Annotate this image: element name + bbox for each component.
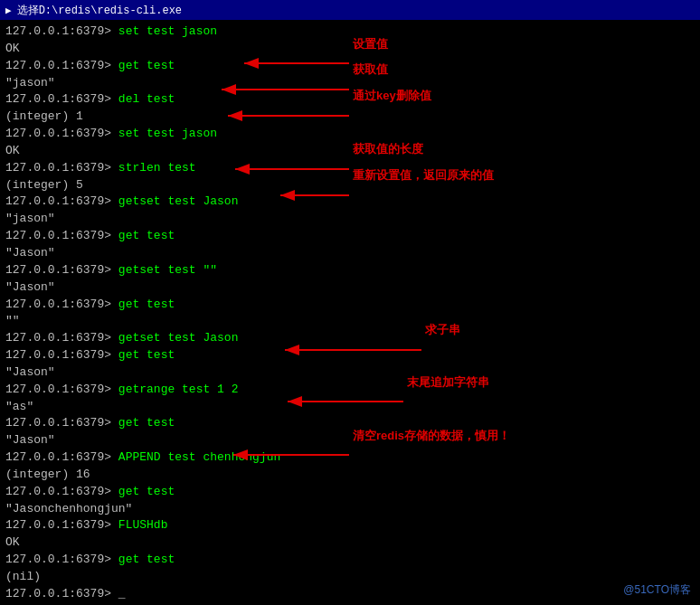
command-text: get test [118,348,175,362]
prompt-text: 127.0.0.1:6379> [5,229,118,242]
terminal-line: "as" [5,399,695,416]
window-title: 选择D:\redis\redis-cli.exe [17,3,182,18]
terminal-line: OK [5,143,695,160]
terminal-line: OK [5,41,695,58]
annotation-flush: 清空redis存储的数据，慎用！ [353,428,510,444]
prompt-text: 127.0.0.1:6379> [5,24,118,38]
annotation-strlen: 获取值的长度 [353,141,423,157]
terminal-line: "Jasonchenhongjun" [5,501,695,518]
prompt-text: 127.0.0.1:6379> [5,161,118,175]
prompt-text: 127.0.0.1:6379> [5,127,118,140]
terminal-line: 127.0.0.1:6379> get test [5,484,695,501]
annotation-append: 末尾追加字符串 [407,374,489,391]
command-text: get test [118,59,175,72]
command-text: del test [118,92,175,106]
terminal-line: (integer) 16 [5,467,695,484]
terminal-line: (integer) 5 [5,177,695,194]
command-text: get test [118,485,175,498]
terminal-line: (nil) [5,569,695,586]
terminal-line: "Jason" [5,279,695,297]
command-text: getset test Jason [118,331,239,345]
terminal-line: 127.0.0.1:6379> get test [5,552,695,569]
title-icon: ▶ [5,5,12,16]
annotation-get-value: 获取值 [353,61,388,78]
command-text: get test [118,416,175,430]
terminal: 127.0.0.1:6379> set test jasonOK127.0.0.… [0,20,700,605]
terminal-line: "Jason" [5,432,695,449]
terminal-line: 127.0.0.1:6379> get test [5,58,695,75]
terminal-line: 127.0.0.1:6379> set test jason [5,126,695,143]
command-text: get test [118,229,175,242]
command-text: FLUSHdb [118,518,168,532]
prompt-text: 127.0.0.1:6379> [5,383,118,396]
annotation-substr: 求子串 [425,322,460,338]
terminal-line: "jason" [5,211,695,228]
command-text: set test jason [118,127,217,140]
terminal-line: 127.0.0.1:6379> getset test "" [5,262,695,279]
prompt-text: 127.0.0.1:6379> [5,263,118,277]
annotation-del-key: 通过key删除值 [353,88,431,104]
terminal-line: "" [5,313,695,330]
command-text: APPEND test chenhongjun [118,450,280,464]
annotation-set-value: 设置值 [353,36,388,52]
terminal-line: 127.0.0.1:6379> del test [5,91,695,109]
terminal-line: 127.0.0.1:6379> FLUSHdb [5,517,695,534]
command-text: strlen test [118,161,196,175]
terminal-line: 127.0.0.1:6379> getset test Jason [5,330,695,347]
prompt-text: 127.0.0.1:6379> [5,92,118,106]
prompt-text: 127.0.0.1:6379> [5,485,118,498]
command-text: getrange test 1 2 [118,383,239,396]
terminal-line: 127.0.0.1:6379> get test [5,297,695,314]
prompt-text: 127.0.0.1:6379> [5,416,118,430]
prompt-text: 127.0.0.1:6379> [5,194,118,208]
terminal-line: 127.0.0.1:6379> getset test Jason [5,194,695,211]
terminal-line: 127.0.0.1:6379> get test [5,228,695,245]
terminal-line: 127.0.0.1:6379> get test [5,347,695,364]
prompt-text: 127.0.0.1:6379> [5,331,118,345]
prompt-text: 127.0.0.1:6379> [5,518,118,532]
terminal-line: "Jason" [5,245,695,262]
prompt-text: 127.0.0.1:6379> [5,298,118,311]
terminal-line: 127.0.0.1:6379> set test jason [5,24,695,41]
terminal-line: 127.0.0.1:6379> APPEND test chenhongjun [5,449,695,467]
terminal-line: "Jason" [5,364,695,382]
prompt-text: 127.0.0.1:6379> [5,348,118,362]
prompt-text: 127.0.0.1:6379> [5,450,118,464]
prompt-text: 127.0.0.1:6379> _ [5,587,126,600]
terminal-line: 127.0.0.1:6379> get test [5,415,695,432]
watermark: @51CTO博客 [623,582,691,598]
command-text: set test jason [118,24,217,38]
title-bar: ▶ 选择D:\redis\redis-cli.exe [0,0,700,20]
command-text: get test [118,553,175,566]
terminal-line: (integer) 1 [5,109,695,126]
prompt-text: 127.0.0.1:6379> [5,553,118,566]
terminal-line: 127.0.0.1:6379> _ [5,586,695,603]
command-text: get test [118,298,175,311]
command-text: getset test "" [118,263,217,277]
prompt-text: 127.0.0.1:6379> [5,59,118,72]
terminal-line: OK [5,534,695,552]
command-text: getset test Jason [118,194,239,208]
annotation-getset: 重新设置值，返回原来的值 [353,167,494,184]
terminal-line: 127.0.0.1:6379> strlen test [5,160,695,177]
terminal-line: "jason" [5,75,695,92]
terminal-line: 127.0.0.1:6379> getrange test 1 2 [5,382,695,399]
